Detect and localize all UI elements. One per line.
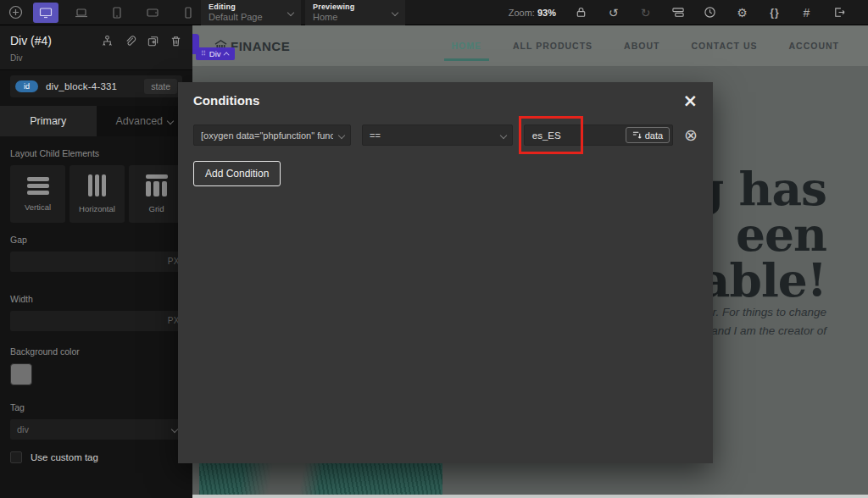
properties-sidebar: Div (#4) Div — [0, 25, 192, 498]
etching-image — [199, 462, 442, 498]
condition-value-text[interactable]: es_ES — [525, 130, 561, 141]
tablet-landscape-icon[interactable] — [140, 3, 165, 23]
previewing-value: Home — [313, 12, 398, 22]
hierarchy-icon[interactable] — [101, 35, 114, 47]
selected-element-label: Div — [209, 49, 221, 58]
chevron-down-icon — [167, 118, 174, 125]
gear-icon[interactable]: ⚙ — [735, 5, 749, 19]
nav-item-contact-us[interactable]: CONTACT US — [691, 41, 757, 51]
grid-layout-icon — [146, 174, 168, 196]
chevron-up-icon — [223, 52, 229, 58]
chevron-down-icon — [500, 132, 507, 139]
element-type-label: Div — [10, 53, 182, 63]
lock-icon[interactable] — [574, 5, 588, 19]
remove-condition-icon[interactable]: ⊗ — [684, 127, 698, 143]
use-custom-tag-checkbox[interactable] — [10, 451, 22, 463]
condition-select-value: [oxygen data="phpfunction" function: — [201, 130, 333, 141]
horizontal-scrollbar[interactable] — [192, 495, 868, 498]
nav-item-about[interactable]: ABOUT — [624, 41, 659, 51]
phone-icon[interactable] — [175, 3, 201, 23]
close-icon[interactable]: × — [682, 94, 698, 108]
layout-button-label: Horizontal — [79, 204, 115, 213]
modal-title: Conditions — [193, 93, 259, 108]
editing-dropdown[interactable]: Editing Default Page — [201, 0, 301, 25]
insert-data-button[interactable]: data — [626, 127, 670, 143]
element-title: Div (#4) — [10, 34, 52, 47]
previewing-label: Previewing — [313, 3, 398, 11]
tag-select[interactable]: div — [10, 419, 184, 440]
tab-advanced-label: Advanced — [115, 115, 163, 127]
layout-buttons: Vertical Horizontal Grid — [10, 165, 184, 223]
gap-label: Gap — [10, 235, 184, 245]
history-icon[interactable] — [703, 5, 717, 19]
add-element-icon[interactable] — [8, 5, 23, 19]
desktop-icon[interactable] — [33, 3, 58, 23]
chevron-down-icon — [171, 426, 178, 433]
redo-icon[interactable]: ↻ — [638, 5, 653, 19]
layout-button-label: Grid — [149, 204, 164, 213]
structure-icon[interactable] — [670, 5, 685, 19]
editing-value: Default Page — [209, 12, 294, 22]
data-insert-icon — [632, 130, 642, 140]
operator-select-value: == — [370, 130, 381, 141]
add-condition-button[interactable]: Add Condition — [193, 161, 281, 186]
use-custom-tag-row: Use custom tag — [10, 451, 184, 463]
braces-icon[interactable]: { } — [767, 5, 782, 19]
link-icon[interactable] — [124, 35, 136, 47]
layout-grid-button[interactable]: Grid — [129, 165, 184, 223]
layout-section-label: Layout Child Elements — [10, 148, 184, 158]
primary-panel: Layout Child Elements Vertical Horizonta… — [0, 136, 192, 463]
tab-primary[interactable]: Primary — [0, 106, 97, 136]
nav-item-home[interactable]: HOME — [452, 41, 482, 51]
background-color-label: Background color — [10, 346, 184, 357]
horizontal-layout-icon — [88, 174, 106, 196]
condition-value-field[interactable]: es_ES data — [524, 125, 673, 146]
element-id[interactable]: div_block-4-331 — [46, 81, 117, 91]
tag-value: div — [17, 424, 29, 434]
element-actions — [101, 35, 182, 47]
oxygen-builder-screen: Editing Default Page Previewing Home Zoo… — [0, 0, 868, 498]
layout-vertical-button[interactable]: Vertical — [10, 165, 65, 223]
element-header: Div (#4) Div — [0, 25, 192, 70]
nav-item-account[interactable]: ACCOUNT — [789, 41, 840, 51]
tablet-icon[interactable] — [104, 3, 130, 23]
duplicate-icon[interactable] — [147, 35, 159, 47]
background-color-swatch[interactable] — [10, 363, 32, 385]
chevron-down-icon — [338, 132, 345, 139]
drag-handle-icon: ⠿ — [201, 50, 205, 58]
site-nav-items: HOME ALL PRODUCTS ABOUT CONTACT US ACCOU… — [452, 41, 868, 51]
selected-element-badge[interactable]: ⠿ Div — [196, 47, 235, 60]
hash-icon[interactable]: # — [799, 5, 814, 19]
width-label: Width — [10, 294, 184, 304]
device-switcher — [33, 3, 201, 23]
exit-icon[interactable] — [832, 5, 846, 19]
width-input[interactable]: PX — [10, 311, 184, 331]
gap-input[interactable]: PX — [10, 252, 184, 272]
selector-row: id div_block-4-331 state — [10, 75, 182, 97]
layout-horizontal-button[interactable]: Horizontal — [70, 165, 125, 223]
zoom-level: Zoom: 93% — [509, 8, 556, 18]
laptop-icon[interactable] — [69, 3, 94, 23]
sidebar-tabs: Primary Advanced — [0, 106, 192, 136]
modal-header: Conditions × — [193, 93, 698, 108]
nav-item-all-products[interactable]: ALL PRODUCTS — [513, 41, 593, 51]
toolbar-right-group: Zoom: 93% ↺ ↻ ⚙ { } # — [509, 5, 868, 19]
condition-row: [oxygen data="phpfunction" function: == … — [193, 125, 698, 146]
undo-icon[interactable]: ↺ — [606, 5, 620, 19]
conditions-modal: Conditions × [oxygen data="phpfunction" … — [178, 82, 713, 463]
site-navbar: FINANCE HOME ALL PRODUCTS ABOUT CONTACT … — [192, 25, 868, 66]
tag-label: Tag — [10, 402, 184, 412]
top-toolbar: Editing Default Page Previewing Home Zoo… — [0, 0, 868, 25]
vertical-layout-icon — [27, 177, 49, 195]
trash-icon[interactable] — [170, 35, 182, 47]
use-custom-tag-label: Use custom tag — [31, 452, 98, 462]
state-button[interactable]: state — [144, 79, 177, 94]
operator-select[interactable]: == — [362, 125, 513, 146]
insert-data-label: data — [645, 130, 663, 141]
editing-label: Editing — [209, 3, 294, 11]
site-logo-text: FINANCE — [231, 39, 290, 53]
condition-select[interactable]: [oxygen data="phpfunction" function: — [193, 125, 351, 146]
layout-button-label: Vertical — [25, 202, 51, 212]
id-badge[interactable]: id — [15, 80, 38, 92]
previewing-dropdown[interactable]: Previewing Home — [305, 0, 405, 25]
